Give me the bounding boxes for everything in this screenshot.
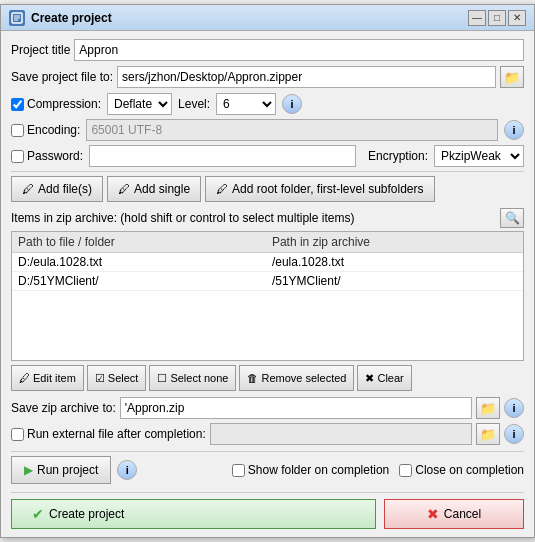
save-project-label: Save project file to:	[11, 70, 113, 84]
save-zip-browse-button[interactable]: 📁	[476, 397, 500, 419]
password-checkbox[interactable]	[11, 150, 24, 163]
level-label: Level:	[178, 97, 210, 111]
run-external-row: Run external file after completion: 📁 i	[11, 423, 524, 445]
save-zip-folder-icon: 📁	[480, 401, 496, 416]
run-external-label: Run external file after completion:	[27, 427, 206, 441]
final-action-row: ✔ Create project ✖ Cancel	[11, 492, 524, 529]
edit-item-button[interactable]: 🖊 Edit item	[11, 365, 84, 391]
run-project-icon: ▶	[24, 463, 33, 477]
compression-checkbox[interactable]	[11, 98, 24, 111]
compression-row: Compression: Deflate Store BZip2 LZMA Le…	[11, 93, 524, 115]
show-folder-checkbox[interactable]	[232, 464, 245, 477]
encoding-info-button[interactable]: i	[504, 120, 524, 140]
table-row[interactable]: D:/51YMClient/ /51YMClient/	[12, 272, 523, 291]
encryption-label: Encryption:	[368, 149, 428, 163]
save-zip-input[interactable]	[120, 397, 472, 419]
run-project-info-button[interactable]: i	[117, 460, 137, 480]
col-path-header: Path to file / folder	[12, 232, 266, 253]
maximize-button[interactable]: □	[488, 10, 506, 26]
compression-checkbox-label[interactable]: Compression:	[11, 97, 101, 111]
password-input[interactable]	[89, 145, 356, 167]
cancel-x-icon: ✖	[427, 506, 439, 522]
close-on-text: Close on completion	[415, 463, 524, 477]
create-check-icon: ✔	[32, 506, 44, 522]
add-files-icon: 🖊	[22, 182, 34, 196]
list-section: Items in zip archive: (hold shift or con…	[11, 208, 524, 361]
add-single-icon: 🖊	[118, 182, 130, 196]
minimize-button[interactable]: —	[468, 10, 486, 26]
compression-info-button[interactable]: i	[282, 94, 302, 114]
folder-icon: 📁	[504, 70, 520, 85]
level-select[interactable]: 12345 6789	[216, 93, 276, 115]
project-title-row: Project title	[11, 39, 524, 61]
items-table: Path to file / folder Path in zip archiv…	[12, 232, 523, 291]
path-cell: D:/51YMClient/	[12, 272, 266, 291]
zip-path-cell: /eula.1028.txt	[266, 253, 523, 272]
run-external-browse-button[interactable]: 📁	[476, 423, 500, 445]
run-external-checkbox-label[interactable]: Run external file after completion:	[11, 427, 206, 441]
password-row: Password: Encryption: PkzipWeak AES-128 …	[11, 145, 524, 167]
encoding-checkbox-label[interactable]: Encoding:	[11, 123, 80, 137]
add-files-button[interactable]: 🖊 Add file(s)	[11, 176, 103, 202]
select-icon: ☑	[95, 372, 105, 385]
compression-select[interactable]: Deflate Store BZip2 LZMA	[107, 93, 172, 115]
list-container[interactable]: Path to file / folder Path in zip archiv…	[11, 231, 524, 361]
show-folder-label[interactable]: Show folder on completion	[232, 463, 389, 477]
list-header-row: Items in zip archive: (hold shift or con…	[11, 208, 524, 228]
bottom-action-row: 🖊 Edit item ☑ Select ☐ Select none 🗑 Rem…	[11, 365, 524, 391]
run-project-row: ▶ Run project i Show folder on completio…	[11, 451, 524, 488]
encoding-input[interactable]	[86, 119, 498, 141]
save-project-row: Save project file to: 📁	[11, 66, 524, 88]
select-none-icon: ☐	[157, 372, 167, 385]
encryption-select[interactable]: PkzipWeak AES-128 AES-256	[434, 145, 524, 167]
content-area: Project title Save project file to: 📁 Co…	[1, 31, 534, 537]
password-label: Password:	[27, 149, 83, 163]
project-title-label: Project title	[11, 43, 70, 57]
close-on-label[interactable]: Close on completion	[399, 463, 524, 477]
remove-selected-button[interactable]: 🗑 Remove selected	[239, 365, 354, 391]
remove-icon: 🗑	[247, 372, 258, 384]
compression-label: Compression:	[27, 97, 101, 111]
encoding-label: Encoding:	[27, 123, 80, 137]
path-cell: D:/eula.1028.txt	[12, 253, 266, 272]
encoding-checkbox[interactable]	[11, 124, 24, 137]
create-project-button[interactable]: ✔ Create project	[11, 499, 376, 529]
save-zip-row: Save zip archive to: 📁 i	[11, 397, 524, 419]
add-root-icon: 🖊	[216, 182, 228, 196]
close-button[interactable]: ✕	[508, 10, 526, 26]
search-icon: 🔍	[505, 211, 520, 225]
list-search-button[interactable]: 🔍	[500, 208, 524, 228]
clear-icon: ✖	[365, 372, 374, 385]
list-section-label: Items in zip archive: (hold shift or con…	[11, 211, 496, 225]
select-button[interactable]: ☑ Select	[87, 365, 147, 391]
run-external-input[interactable]	[210, 423, 472, 445]
window-icon	[9, 10, 25, 26]
save-project-input[interactable]	[117, 66, 496, 88]
encoding-row: Encoding: i	[11, 119, 524, 141]
add-single-button[interactable]: 🖊 Add single	[107, 176, 201, 202]
run-external-checkbox[interactable]	[11, 428, 24, 441]
cancel-button[interactable]: ✖ Cancel	[384, 499, 524, 529]
clear-button[interactable]: ✖ Clear	[357, 365, 411, 391]
run-right-section: Show folder on completion Close on compl…	[232, 463, 524, 477]
run-external-info-button[interactable]: i	[504, 424, 524, 444]
window-title: Create project	[31, 11, 462, 25]
edit-icon: 🖊	[19, 372, 30, 384]
title-controls: — □ ✕	[468, 10, 526, 26]
main-window: Create project — □ ✕ Project title Save …	[0, 4, 535, 538]
password-checkbox-label[interactable]: Password:	[11, 149, 83, 163]
show-folder-text: Show folder on completion	[248, 463, 389, 477]
add-files-row: 🖊 Add file(s) 🖊 Add single 🖊 Add root fo…	[11, 176, 524, 202]
close-on-checkbox[interactable]	[399, 464, 412, 477]
run-project-button[interactable]: ▶ Run project	[11, 456, 111, 484]
add-root-button[interactable]: 🖊 Add root folder, first-level subfolder…	[205, 176, 434, 202]
save-zip-label: Save zip archive to:	[11, 401, 116, 415]
table-row[interactable]: D:/eula.1028.txt /eula.1028.txt	[12, 253, 523, 272]
save-zip-info-button[interactable]: i	[504, 398, 524, 418]
run-left-section: ▶ Run project i	[11, 456, 137, 484]
run-external-folder-icon: 📁	[480, 427, 496, 442]
project-title-input[interactable]	[74, 39, 524, 61]
zip-path-cell: /51YMClient/	[266, 272, 523, 291]
select-none-button[interactable]: ☐ Select none	[149, 365, 236, 391]
save-project-browse-button[interactable]: 📁	[500, 66, 524, 88]
